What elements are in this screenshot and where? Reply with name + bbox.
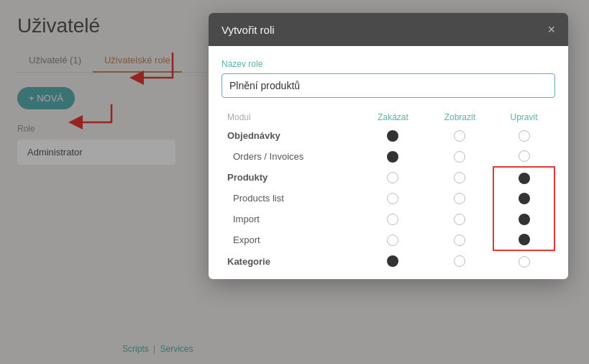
row-name: Products list	[222, 188, 360, 209]
field-label-role-name: Název role	[222, 59, 555, 69]
row-name: Export	[222, 229, 360, 251]
col-zakázat: Zakázat	[360, 109, 426, 125]
radio-upravit[interactable]	[493, 209, 554, 229]
radio-zobrazit[interactable]	[426, 146, 493, 168]
col-upravit: Upravit	[493, 109, 554, 125]
row-name: Objednávky	[222, 125, 360, 146]
radio-upravit[interactable]	[493, 146, 554, 168]
row-name: Produkty	[222, 167, 360, 188]
radio-zobrazit[interactable]	[426, 125, 493, 146]
radio-zakázat[interactable]	[360, 229, 426, 251]
permissions-table: Modul Zakázat Zobrazit Upravit Objednávk…	[222, 109, 555, 272]
table-row: Kategorie	[222, 250, 554, 272]
radio-zobrazit[interactable]	[426, 167, 493, 188]
radio-upravit[interactable]	[493, 229, 554, 251]
radio-zakázat[interactable]	[360, 146, 426, 168]
row-name: Import	[222, 209, 360, 229]
radio-zobrazit[interactable]	[426, 188, 493, 209]
row-name: Kategorie	[222, 250, 360, 272]
modal-title: Vytvořit roli	[222, 24, 275, 36]
radio-zakázat[interactable]	[360, 125, 426, 146]
radio-upravit[interactable]	[493, 167, 554, 188]
table-row: Objednávky	[222, 125, 554, 146]
table-row: Export	[222, 229, 554, 251]
modal-create-role: Vytvořit roli × Název role Modul Zakázat…	[209, 13, 568, 279]
radio-zobrazit[interactable]	[426, 229, 493, 251]
radio-upravit[interactable]	[493, 250, 554, 272]
radio-zobrazit[interactable]	[426, 250, 493, 272]
table-row: Produkty	[222, 167, 554, 188]
radio-zobrazit[interactable]	[426, 209, 493, 229]
radio-zakázat[interactable]	[360, 188, 426, 209]
role-name-input[interactable]	[222, 73, 555, 98]
radio-upravit[interactable]	[493, 125, 554, 146]
table-row: Import	[222, 209, 554, 229]
radio-zakázat[interactable]	[360, 209, 426, 229]
radio-upravit[interactable]	[493, 188, 554, 209]
table-row: Products list	[222, 188, 554, 209]
table-row: Orders / Invoices	[222, 146, 554, 168]
col-zobrazit: Zobrazit	[426, 109, 493, 125]
radio-zakázat[interactable]	[360, 250, 426, 272]
modal-close-button[interactable]: ×	[547, 23, 555, 36]
radio-zakázat[interactable]	[360, 167, 426, 188]
modal-body: Název role Modul Zakázat Zobrazit Upravi…	[209, 46, 568, 279]
modal-header: Vytvořit roli ×	[209, 13, 568, 46]
row-name: Orders / Invoices	[222, 146, 360, 168]
col-module: Modul	[222, 109, 360, 125]
